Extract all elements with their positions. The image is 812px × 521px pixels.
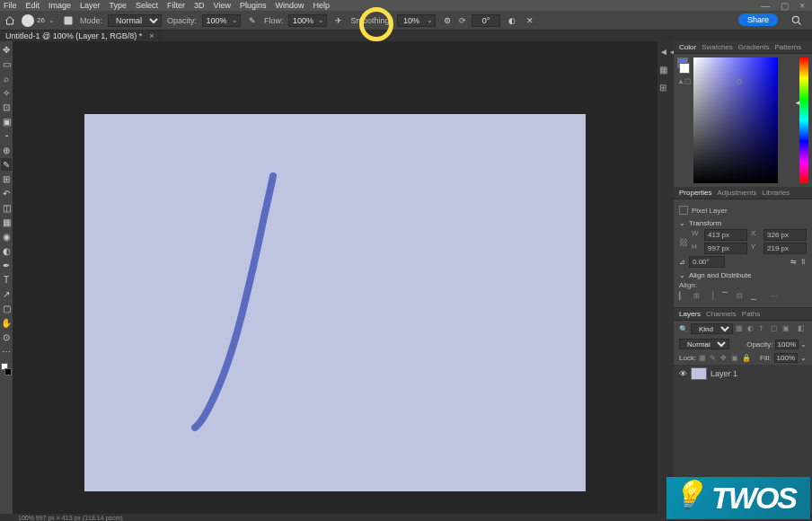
layer-name[interactable]: Layer 1 xyxy=(710,369,737,378)
layer-filter-kind-select[interactable]: Kind xyxy=(691,323,733,334)
lock-artboard-icon[interactable]: ▣ xyxy=(731,354,739,362)
marquee-tool[interactable]: ▭ xyxy=(1,57,12,70)
layer-visibility-icon[interactable]: 👁 xyxy=(679,369,687,378)
menu-window[interactable]: Window xyxy=(276,1,304,10)
menu-filter[interactable]: Filter xyxy=(167,1,185,10)
pressure-opacity-icon[interactable]: ✎ xyxy=(246,14,259,27)
shape-tool[interactable]: ▢ xyxy=(1,302,12,314)
maximize-button[interactable]: ▢ xyxy=(781,1,789,11)
search-icon[interactable]: 🔍 xyxy=(679,325,688,333)
brush-preview-picker[interactable]: 26 ⌄ xyxy=(22,14,57,27)
tab-properties[interactable]: Properties xyxy=(679,189,711,197)
tab-patterns[interactable]: Patterns xyxy=(775,43,802,51)
clone-stamp-tool[interactable]: ⊞ xyxy=(1,172,12,185)
filter-adjustment-icon[interactable]: ◐ xyxy=(747,324,756,333)
tab-channels[interactable]: Channels xyxy=(706,310,737,318)
filter-toggle-icon[interactable]: ◧ xyxy=(798,324,807,333)
lasso-tool[interactable]: ⌕ xyxy=(1,72,12,84)
opacity-input[interactable] xyxy=(203,16,230,25)
search-icon[interactable] xyxy=(790,14,803,27)
type-tool[interactable]: T xyxy=(1,273,12,286)
crop-tool[interactable]: ⊡ xyxy=(1,101,12,113)
mode-select[interactable]: Normal xyxy=(108,14,162,27)
background-color-swatch[interactable] xyxy=(4,368,12,375)
brush-tool[interactable]: ✎ xyxy=(1,158,12,171)
smoothing-options-icon[interactable]: ⚙ xyxy=(441,14,454,27)
filter-pixel-icon[interactable]: ▦ xyxy=(736,324,745,333)
lock-transparency-icon[interactable]: ▦ xyxy=(699,354,707,362)
transform-section-header[interactable]: Transform xyxy=(679,217,807,229)
menu-3d[interactable]: 3D xyxy=(194,1,205,10)
x-input[interactable]: 326 px xyxy=(763,229,807,241)
eraser-tool[interactable]: ◫ xyxy=(1,201,12,214)
hand-tool[interactable]: ✋ xyxy=(1,316,12,329)
healing-tool[interactable]: ⊕ xyxy=(1,144,12,156)
frame-tool[interactable]: ▣ xyxy=(1,115,12,128)
brush-settings-icon[interactable] xyxy=(62,14,75,27)
hue-slider[interactable] xyxy=(799,57,808,183)
align-center-h-icon[interactable]: ⊞ xyxy=(693,292,702,301)
dock-panel-icon-1[interactable]: ▦ xyxy=(659,65,672,77)
angle-input[interactable] xyxy=(472,16,499,25)
pressure-size-icon[interactable]: ◐ xyxy=(506,14,518,27)
angle-input-group[interactable] xyxy=(472,14,500,27)
filter-type-icon[interactable]: T xyxy=(759,324,768,333)
canvas-area[interactable] xyxy=(13,41,658,514)
opacity-input-group[interactable]: ⌄ xyxy=(202,14,241,27)
smoothing-input[interactable] xyxy=(398,16,425,25)
height-input[interactable]: 997 px xyxy=(704,243,747,254)
width-input[interactable]: 413 px xyxy=(704,229,747,241)
eyedropper-tool[interactable]: ⁃ xyxy=(1,129,12,142)
menu-edit[interactable]: Edit xyxy=(26,1,40,10)
layer-row[interactable]: 👁 Layer 1 xyxy=(674,365,812,383)
share-button[interactable]: Share xyxy=(738,13,778,26)
align-center-v-icon[interactable]: ⊟ xyxy=(737,292,746,301)
blend-mode-select[interactable]: Normal xyxy=(679,339,729,349)
lock-position-icon[interactable]: ✥ xyxy=(720,354,728,362)
document-tab-close-icon[interactable]: × xyxy=(149,31,154,40)
layer-opacity-input[interactable]: 100% xyxy=(775,340,799,349)
chevron-down-icon[interactable]: ⌄ xyxy=(316,16,326,24)
tab-swatches[interactable]: Swatches xyxy=(702,43,733,51)
chevron-down-icon[interactable]: ⌄ xyxy=(800,354,807,362)
close-button[interactable]: × xyxy=(799,1,805,11)
layer-fill-input[interactable]: 100% xyxy=(774,353,798,363)
chevron-down-icon[interactable]: ⌄ xyxy=(800,340,807,349)
link-wh-icon[interactable]: ⛓ xyxy=(679,237,688,247)
menu-select[interactable]: Select xyxy=(136,1,158,10)
align-section-header[interactable]: Align and Distribute xyxy=(679,269,807,281)
tab-libraries[interactable]: Libraries xyxy=(763,189,790,197)
zoom-tool[interactable]: ⊙ xyxy=(1,331,12,343)
document-tab[interactable]: Untitled-1 @ 100% (Layer 1, RGB/8) * × xyxy=(0,31,160,40)
tab-color[interactable]: Color xyxy=(679,43,696,51)
menu-type[interactable]: Type xyxy=(110,1,128,10)
align-top-icon[interactable]: ▔ xyxy=(722,292,731,301)
color-field[interactable] xyxy=(693,57,796,183)
menu-help[interactable]: Help xyxy=(313,1,331,10)
gradient-tool[interactable]: ▦ xyxy=(1,216,12,228)
color-mode-icon[interactable]: ▲▢ xyxy=(677,77,690,85)
layer-thumbnail[interactable] xyxy=(691,367,707,380)
flip-v-icon[interactable]: ⥮ xyxy=(800,258,807,266)
rotate-input[interactable]: 0.00° xyxy=(689,256,725,268)
history-brush-tool[interactable]: ↶ xyxy=(1,187,12,199)
menu-view[interactable]: View xyxy=(214,1,231,10)
smoothing-input-group[interactable]: ⌄ xyxy=(397,14,436,27)
chevron-down-icon[interactable]: ⌄ xyxy=(230,16,240,24)
pen-tool[interactable]: ✒ xyxy=(1,259,12,271)
minimize-button[interactable]: — xyxy=(761,1,770,11)
tab-adjustments[interactable]: Adjustments xyxy=(717,189,756,197)
lock-all-icon[interactable]: 🔒 xyxy=(742,354,750,362)
menu-image[interactable]: Image xyxy=(49,1,71,10)
hue-indicator-icon[interactable]: ◄ xyxy=(794,99,801,107)
y-input[interactable]: 219 px xyxy=(763,243,807,254)
chevron-down-icon[interactable]: ⌄ xyxy=(425,16,435,24)
lock-pixels-icon[interactable]: ✎ xyxy=(710,354,718,362)
tab-gradients[interactable]: Gradients xyxy=(738,43,770,51)
menu-plugins[interactable]: Plugins xyxy=(240,1,267,10)
home-icon[interactable] xyxy=(4,14,16,27)
filter-shape-icon[interactable]: ▢ xyxy=(771,324,780,333)
align-right-icon[interactable]: ▕ xyxy=(708,292,717,301)
align-left-icon[interactable]: ▎ xyxy=(679,292,688,301)
menu-file[interactable]: File xyxy=(4,1,17,10)
